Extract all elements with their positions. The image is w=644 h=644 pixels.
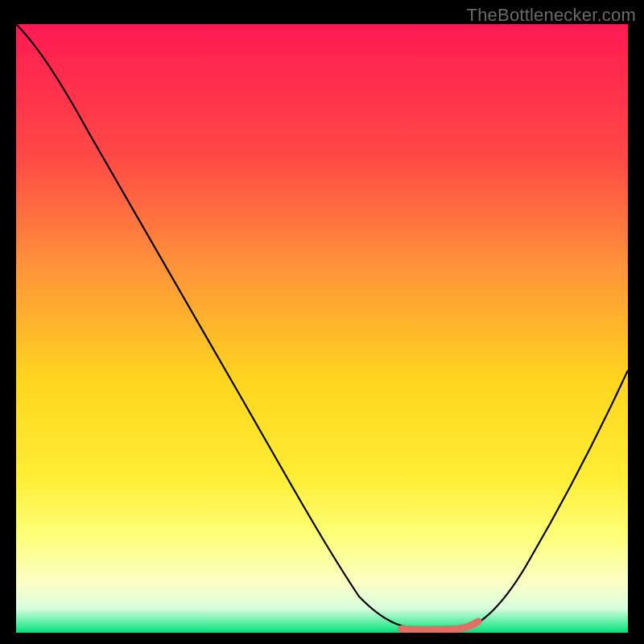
curve-accent-flat (402, 621, 478, 630)
curve-path (16, 24, 628, 629)
chart-container: TheBottlenecker.com (0, 0, 644, 644)
watermark-text: TheBottlenecker.com (467, 5, 636, 26)
plot-area (16, 24, 628, 633)
bottleneck-curve (16, 24, 628, 633)
